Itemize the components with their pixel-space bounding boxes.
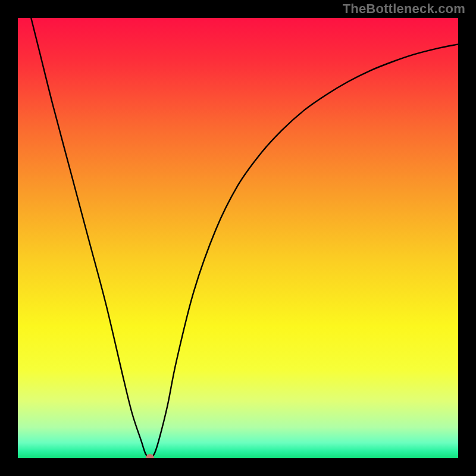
minimum-marker xyxy=(146,454,154,458)
bottleneck-curve xyxy=(18,18,458,458)
watermark-text: TheBottleneck.com xyxy=(343,1,465,17)
plot-area xyxy=(18,18,458,458)
chart-frame: TheBottleneck.com xyxy=(0,0,476,476)
